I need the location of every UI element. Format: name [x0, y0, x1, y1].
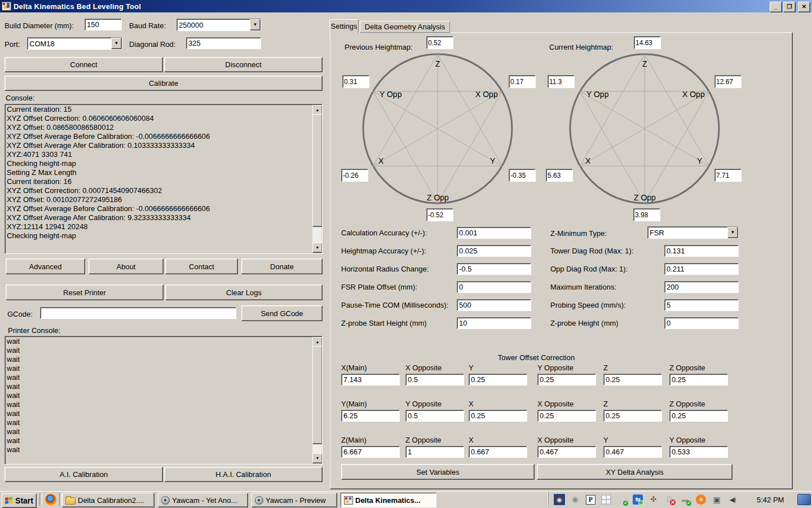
taskbar-button[interactable]: Yawcam - Preview	[251, 493, 337, 507]
yawcam-tray-icon[interactable]: ◉	[554, 494, 564, 505]
dropdown-arrow-icon[interactable]: ▼	[111, 38, 122, 49]
webcam-tray-icon[interactable]: ◉	[570, 494, 580, 505]
orange-gear-tray-icon[interactable]: ✳	[696, 494, 706, 505]
setting-input[interactable]	[457, 299, 531, 311]
z-minimum-type-combo[interactable]: FSR ▼	[647, 226, 739, 239]
printer-console-scrollbar-thumb[interactable]	[312, 346, 323, 444]
p-program-tray-icon[interactable]: P	[586, 495, 595, 505]
tower-cell-input[interactable]	[603, 374, 662, 386]
calibrate-button[interactable]: Calibrate	[5, 76, 323, 91]
contact-button[interactable]: Contact	[165, 259, 238, 274]
tower-cell: Y Opposite	[537, 364, 603, 386]
xy-delta-analysis-button[interactable]: XY Delta Analysis	[537, 464, 732, 480]
tower-cell-label: X	[469, 436, 537, 445]
window-panes-tray-icon[interactable]	[601, 494, 611, 505]
delta-tower-star-diagram	[568, 52, 721, 205]
setting-input[interactable]	[457, 263, 531, 275]
tower-cell-input[interactable]	[405, 410, 464, 422]
reset-printer-button[interactable]: Reset Printer	[6, 284, 164, 300]
setting-input[interactable]	[664, 281, 739, 293]
tower-cell-input[interactable]	[405, 374, 464, 386]
tower-cell-input[interactable]	[603, 446, 662, 458]
connect-button[interactable]: Connect	[5, 57, 163, 72]
red-device-tray-icon[interactable]: ✣	[648, 494, 659, 505]
tower-cell-input[interactable]	[669, 374, 728, 386]
close-button[interactable]: ✕	[798, 2, 810, 12]
taskbar-button[interactable]: Delta Calibration2....	[62, 493, 155, 507]
teamviewer-tray-icon[interactable]: ⇆	[633, 494, 643, 505]
hai-calibration-button[interactable]: H.A.I. Calibration	[164, 467, 323, 482]
tower-label-y-opp: Y Opp	[379, 90, 401, 99]
tower-cell-input[interactable]	[341, 374, 400, 386]
console-scrollbar-thumb[interactable]	[312, 114, 323, 227]
restore-button[interactable]: ❐	[783, 2, 796, 12]
taskbar-clock[interactable]: 5:42 PM	[757, 496, 788, 504]
setting-input[interactable]	[457, 245, 531, 257]
disconnect-button[interactable]: Disconnect	[164, 57, 323, 72]
setting-input[interactable]	[457, 317, 531, 329]
build-diameter-field[interactable]	[85, 19, 122, 30]
send-gcode-button[interactable]: Send GCode	[241, 305, 323, 321]
previous-heightmap-bottom-value[interactable]	[426, 208, 453, 221]
tower-cell-input[interactable]	[341, 410, 400, 422]
setting-input[interactable]	[457, 281, 531, 293]
security-alert-flag-tray-icon[interactable]: ⚑	[664, 494, 674, 505]
donate-button[interactable]: Donate	[241, 259, 323, 274]
port-combo[interactable]: COM18 ▼	[27, 37, 122, 50]
current-heightmap-bottom-value[interactable]	[633, 208, 660, 221]
setting-input[interactable]	[664, 299, 739, 311]
tower-cell-input[interactable]	[469, 410, 527, 422]
clear-logs-button[interactable]: Clear Logs	[165, 284, 323, 300]
setting-label: Tower Diag Rod (Max: 1):	[550, 247, 633, 255]
tower-cell-label: Z Opposite	[669, 364, 732, 373]
about-button[interactable]: About	[89, 259, 164, 274]
tower-cell-input[interactable]	[469, 374, 527, 386]
tab-settings[interactable]: Settings	[329, 19, 359, 33]
setting-input[interactable]	[664, 245, 739, 257]
ai-calibration-button[interactable]: A.I. Calibration	[5, 467, 163, 482]
taskbar-button[interactable]: Yawcam - Yet Ano...	[158, 493, 248, 507]
tab-delta-geometry-analysis[interactable]: Delta Geometry Analysis	[360, 21, 450, 33]
scroll-down-icon[interactable]: ▼	[312, 243, 323, 253]
dropdown-arrow-icon[interactable]: ▼	[250, 19, 261, 30]
settings-right-column: Tower Diag Rod (Max: 1): Opp Diag Rod (M…	[550, 245, 739, 335]
tower-cell-input[interactable]	[537, 374, 596, 386]
tower-label-y: Y	[490, 156, 495, 165]
show-desktop-icon[interactable]	[797, 494, 811, 505]
tower-cell-input[interactable]	[669, 410, 728, 422]
tower-cell-input[interactable]	[341, 446, 400, 458]
advanced-button[interactable]: Advanced	[6, 259, 85, 274]
tower-cell-input[interactable]	[537, 446, 596, 458]
baud-rate-combo[interactable]: 250000 ▼	[176, 19, 261, 31]
gcode-input[interactable]	[40, 307, 236, 319]
start-button[interactable]: Start	[2, 493, 37, 508]
printer-console-scrollbar[interactable]: ▲ ▼	[312, 337, 321, 463]
diagonal-rod-field[interactable]	[186, 37, 261, 49]
setting-input[interactable]	[457, 227, 531, 239]
scroll-down-icon[interactable]: ▼	[312, 453, 323, 463]
printer-console-log[interactable]: wait wait wait wait wait wait wait wait …	[5, 336, 323, 465]
taskbar-button[interactable]: Delta Kinematics...	[341, 493, 436, 507]
volume-tray-icon[interactable]: ◀)	[727, 494, 738, 505]
firefox-icon[interactable]	[45, 494, 56, 505]
dropdown-arrow-icon[interactable]: ▼	[727, 227, 738, 238]
tower-cell-input[interactable]	[603, 410, 662, 422]
current-heightmap-diagram: Z Y Opp X Opp X Y Z Opp	[568, 52, 721, 205]
previous-heightmap-top-value[interactable]	[426, 36, 453, 49]
tower-cell-input[interactable]	[469, 446, 527, 458]
tower-cell-input[interactable]	[669, 446, 728, 458]
minimize-button[interactable]: _	[770, 2, 782, 12]
current-heightmap-top-value[interactable]	[634, 36, 661, 49]
console-scrollbar[interactable]: ▲ ▼	[312, 105, 321, 253]
tower-cell-input[interactable]	[405, 446, 464, 458]
window-titlebar[interactable]: Delta Kinematics Bed Leveling Tool _ ❐ ✕	[0, 0, 812, 12]
window-title: Delta Kinematics Bed Leveling Tool	[14, 2, 141, 11]
set-variables-button[interactable]: Set Variables	[341, 464, 535, 480]
tower-cell-input[interactable]	[537, 410, 596, 422]
setting-input[interactable]	[664, 263, 739, 275]
console-log[interactable]: Current iteration: 15 XYZ Offset Correct…	[5, 104, 323, 254]
safely-remove-hardware-tray-icon[interactable]: ▬	[680, 494, 690, 505]
network-monitor-tray-icon[interactable]: ▣	[712, 494, 722, 505]
sync-boxes-tray-icon[interactable]: ❖	[617, 494, 627, 505]
setting-input[interactable]	[664, 317, 739, 329]
